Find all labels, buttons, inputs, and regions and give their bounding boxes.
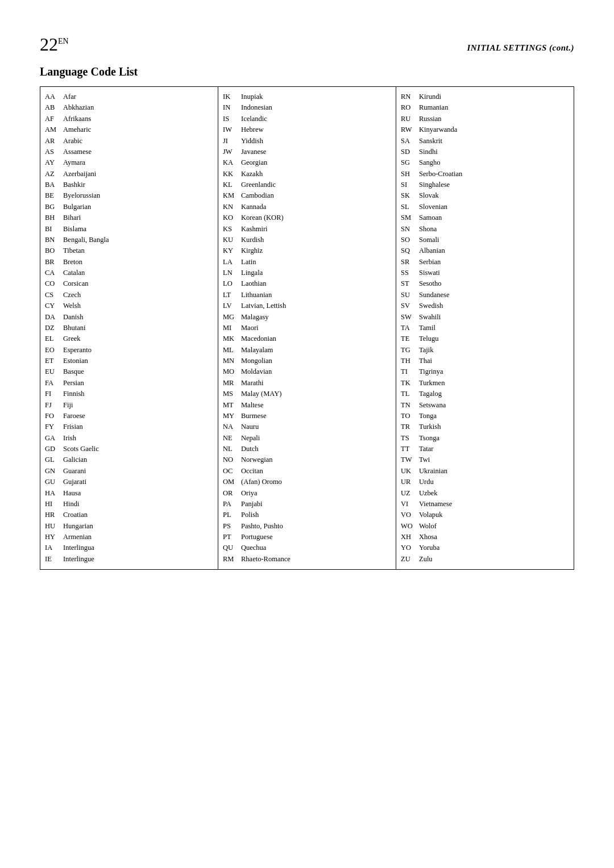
lang-name: Hungarian — [63, 521, 93, 532]
list-item: TETelugu — [401, 333, 570, 344]
list-item: SOSomali — [401, 235, 570, 245]
lang-code: TT — [401, 444, 419, 454]
language-code-table: AAAfarABAbkhazianAFAfrikaansAMAmeharicAR… — [40, 86, 574, 570]
list-item: ARArabic — [45, 136, 214, 147]
lang-code: UZ — [401, 488, 419, 499]
lang-code: MS — [223, 389, 241, 399]
list-item: HAHausa — [45, 488, 214, 499]
lang-code: CY — [45, 301, 63, 311]
lang-code: SG — [401, 157, 419, 168]
lang-name: Somali — [419, 235, 439, 245]
lang-name: Wolof — [419, 521, 437, 532]
lang-name: Estonian — [63, 356, 88, 366]
lang-code: NO — [223, 454, 241, 465]
lang-code: HI — [45, 499, 63, 510]
lang-name: Maori — [241, 323, 259, 333]
lang-name: Nauru — [241, 422, 259, 432]
list-item: KSKashmiri — [223, 224, 392, 235]
list-item: OROriya — [223, 488, 392, 499]
lang-code: IW — [223, 124, 241, 135]
lang-name: Moldavian — [241, 366, 272, 377]
lang-name: Tigrinya — [419, 366, 443, 377]
lang-name: Interlingua — [63, 542, 94, 553]
lang-code: HY — [45, 532, 63, 542]
lang-name: Twi — [419, 454, 430, 465]
list-item: SMSamoan — [401, 212, 570, 223]
lang-name: Sangho — [419, 157, 441, 168]
lang-name: Slovenian — [419, 202, 447, 212]
lang-code: MO — [223, 366, 241, 377]
lang-name: Zulu — [419, 554, 433, 565]
list-item: NLDutch — [223, 444, 392, 454]
lang-name: Bulgarian — [63, 202, 91, 212]
lang-code: BE — [45, 190, 63, 201]
lang-code: SS — [401, 268, 419, 278]
list-item: SLSlovenian — [401, 202, 570, 212]
lang-code: AF — [45, 114, 63, 124]
lang-code: KS — [223, 224, 241, 235]
lang-name: Guarani — [63, 466, 86, 477]
lang-name: Occitan — [241, 466, 263, 477]
list-item: SDSindhi — [401, 147, 570, 157]
list-item: PAPanjabi — [223, 499, 392, 510]
lang-name: Slovak — [419, 190, 439, 201]
lang-name: Gujarati — [63, 477, 86, 487]
lang-code: DZ — [45, 323, 63, 333]
list-item: SUSundanese — [401, 290, 570, 301]
lang-name: Dutch — [241, 444, 259, 454]
lang-name: Ameharic — [63, 124, 91, 135]
lang-code: GL — [45, 454, 63, 465]
list-item: KOKorean (KOR) — [223, 212, 392, 223]
list-item: STSesotho — [401, 278, 570, 289]
list-item: AZAzerbaijani — [45, 169, 214, 180]
lang-name: Armenian — [63, 532, 92, 542]
lang-code: GD — [45, 444, 63, 454]
lang-code: FO — [45, 411, 63, 422]
list-item: MYBurmese — [223, 411, 392, 422]
lang-code: UR — [401, 477, 419, 487]
lang-code: LT — [223, 290, 241, 301]
list-item: SISinghalese — [401, 180, 570, 190]
list-item: OM(Afan) Oromo — [223, 477, 392, 487]
lang-code: RW — [401, 124, 419, 135]
list-item: LVLatvian, Lettish — [223, 301, 392, 311]
lang-code: SH — [401, 169, 419, 180]
list-item: RORumanian — [401, 102, 570, 113]
lang-code: MY — [223, 411, 241, 422]
list-item: ZUZulu — [401, 554, 570, 565]
list-item: HIHindi — [45, 499, 214, 510]
list-item: INIndonesian — [223, 102, 392, 113]
lang-code: JW — [223, 147, 241, 157]
lang-code: SO — [401, 235, 419, 245]
lang-code: AM — [45, 124, 63, 135]
list-item: PLPolish — [223, 510, 392, 520]
column-2: IKInupiakINIndonesianISIcelandicIWHebrew… — [218, 87, 396, 569]
lang-name: Frisian — [63, 422, 83, 432]
lang-name: Lingala — [241, 268, 263, 278]
lang-code: MI — [223, 323, 241, 333]
lang-name: Polish — [241, 510, 259, 520]
lang-code: CS — [45, 290, 63, 301]
lang-code: GA — [45, 433, 63, 444]
list-item: FJFiji — [45, 400, 214, 411]
list-item: EUBasque — [45, 366, 214, 377]
lang-name: Yoruba — [419, 542, 439, 553]
lang-code: AY — [45, 157, 63, 168]
list-item: UKUkrainian — [401, 466, 570, 477]
lang-name: Kazakh — [241, 169, 263, 180]
lang-code: VO — [401, 510, 419, 520]
list-item: HYArmenian — [45, 532, 214, 542]
lang-name: Kirundi — [419, 91, 441, 102]
lang-code: ZU — [401, 554, 419, 565]
lang-name: Welsh — [63, 301, 81, 311]
lang-name: Lithuanian — [241, 290, 272, 301]
lang-code: LO — [223, 278, 241, 289]
lang-code: MT — [223, 400, 241, 411]
list-item: UZUzbek — [401, 488, 570, 499]
lang-name: Bihari — [63, 212, 81, 223]
lang-name: Danish — [63, 312, 83, 323]
list-item: TRTurkish — [401, 422, 570, 432]
lang-code: ET — [45, 356, 63, 366]
lang-code: ML — [223, 345, 241, 356]
lang-name: Laothian — [241, 278, 266, 289]
